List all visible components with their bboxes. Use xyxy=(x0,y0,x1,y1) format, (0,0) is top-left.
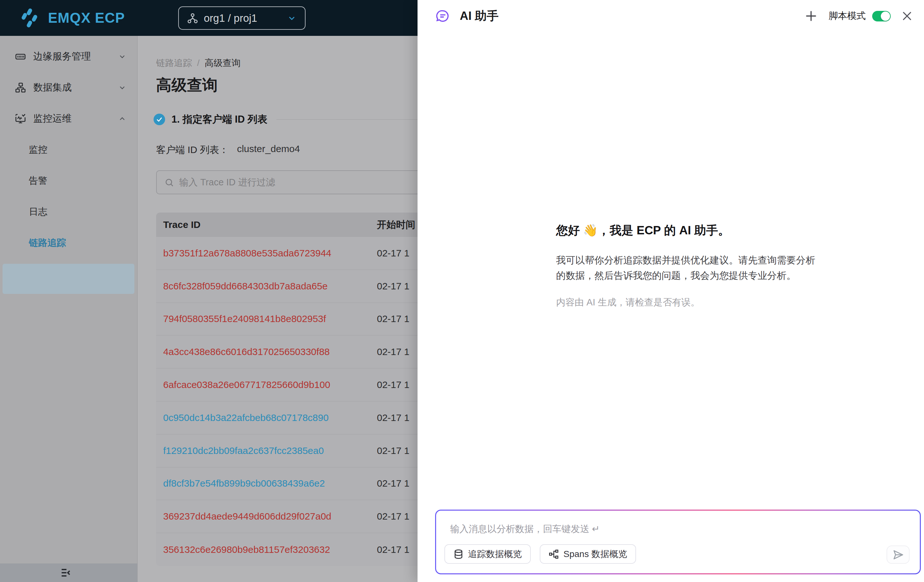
new-chat-button[interactable] xyxy=(804,9,818,23)
trace-id-link[interactable]: 369237dd4aede9449d606dd29f027a0d xyxy=(156,511,377,522)
sidebar-item-label: 监控 xyxy=(29,144,47,156)
client-id-value: cluster_demo4 xyxy=(237,144,300,157)
welcome-line: 我可以帮你分析追踪数据并提供优化建议。请先查询需要分析 xyxy=(556,253,812,268)
client-id-row: 客户端 ID 列表： cluster_demo4 xyxy=(156,144,300,157)
org-hierarchy-icon xyxy=(187,13,198,24)
sidebar-item-alerts[interactable]: 告警 xyxy=(0,165,137,196)
sidebar-footer xyxy=(0,564,137,582)
start-time-cell: 02-17 1 xyxy=(377,511,409,522)
plus-icon xyxy=(804,9,818,23)
send-button[interactable] xyxy=(886,546,909,564)
sidebar-item-data-integration[interactable]: 数据集成 xyxy=(0,72,137,103)
data-integration-icon xyxy=(15,82,26,93)
search-placeholder: 输入 Trace ID 进行过滤 xyxy=(179,176,275,189)
sidebar-item-label: 边缘服务管理 xyxy=(33,50,91,63)
spans-tree-icon xyxy=(549,549,559,559)
start-time-cell: 02-17 1 xyxy=(377,281,409,292)
start-time-cell: 02-17 1 xyxy=(377,346,409,357)
menu-fold-icon xyxy=(59,566,72,579)
sidebar-item-label: 监控运维 xyxy=(33,112,72,125)
welcome-line: 的数据，然后告诉我您的问题，我会为您提供专业分析。 xyxy=(556,268,812,283)
sidebar-item-edge-service[interactable]: 边缘服务管理 xyxy=(0,41,137,72)
close-icon xyxy=(901,10,913,22)
column-header-trace-id: Trace ID xyxy=(156,219,377,230)
quick-action-label: 追踪数据概览 xyxy=(468,548,522,560)
sidebar-item-label: 告警 xyxy=(29,174,47,187)
sidebar-item-monitoring-ops[interactable]: 监控运维 xyxy=(0,103,137,134)
column-header-start-time: 开始时间 xyxy=(377,218,415,231)
sidebar: 边缘服务管理 数据集成 监控运维 监控 xyxy=(0,36,138,582)
start-time-cell: 02-17 1 xyxy=(377,445,409,456)
welcome-message: 您好 👋，我是 ECP 的 AI 助手。 我可以帮你分析追踪数据并提供优化建议。… xyxy=(556,223,812,309)
breadcrumb-separator: / xyxy=(197,58,200,68)
drawer-title: AI 助手 xyxy=(460,8,498,24)
ai-disclaimer: 内容由 AI 生成，请检查是否有误。 xyxy=(556,296,812,309)
sidebar-item-logs[interactable]: 日志 xyxy=(0,196,137,227)
trace-id-link[interactable]: df8cf3b7e54fb899b9cb00638439a6e2 xyxy=(156,478,377,489)
step-check-icon xyxy=(153,114,165,125)
step-1-label: 1. 指定客户端 ID 列表 xyxy=(172,113,267,126)
search-icon xyxy=(165,178,174,187)
ai-assistant-drawer: AI 助手 脚本模式 您好 👋，我是 ECP 的 AI 助手。 我可以帮你分析追… xyxy=(417,0,924,582)
drawer-actions: 脚本模式 xyxy=(804,0,913,32)
breadcrumb: 链路追踪 / 高级查询 xyxy=(156,57,241,69)
breadcrumb-tracing[interactable]: 链路追踪 xyxy=(156,57,192,69)
sidebar-active-highlight xyxy=(3,264,134,294)
sidebar-collapse-button[interactable] xyxy=(59,566,72,579)
monitoring-ops-icon xyxy=(15,113,26,124)
ai-chat-bubble-icon xyxy=(436,9,450,23)
trace-id-link[interactable]: 4a3cc438e86c6016d317025650330f88 xyxy=(156,346,377,357)
org-project-selector[interactable]: org1 / proj1 xyxy=(178,7,305,30)
start-time-cell: 02-17 1 xyxy=(377,478,409,489)
chevron-down-icon xyxy=(118,84,126,92)
chat-input-placeholder: 输入消息以分析数据，回车键发送 ↵ xyxy=(450,523,600,536)
toggle-knob xyxy=(881,12,890,21)
welcome-title: 您好 👋，我是 ECP 的 AI 助手。 xyxy=(556,223,812,238)
close-drawer-button[interactable] xyxy=(901,10,913,22)
trace-id-link[interactable]: 794f0580355f1e24098141b8e802953f xyxy=(156,313,377,324)
sidebar-item-label: 数据集成 xyxy=(33,81,72,94)
trace-id-link[interactable]: 6afcace038a26e067717825660d9b100 xyxy=(156,379,377,390)
chat-input-card[interactable]: 输入消息以分析数据，回车键发送 ↵ 追踪数据概览 Spans 数据概览 xyxy=(435,510,921,574)
start-time-cell: 02-17 1 xyxy=(377,248,409,259)
client-id-label: 客户端 ID 列表： xyxy=(156,144,229,157)
breadcrumb-advanced-query: 高级查询 xyxy=(205,57,241,69)
start-time-cell: 02-17 1 xyxy=(377,379,409,390)
start-time-cell: 02-17 1 xyxy=(377,412,409,423)
script-mode-toggle[interactable] xyxy=(872,11,891,21)
database-icon xyxy=(453,549,464,559)
emqx-logo-icon xyxy=(20,7,40,29)
start-time-cell: 02-17 1 xyxy=(377,544,409,555)
trace-id-link[interactable]: 0c950dc14b3a22afcbeb68c07178c890 xyxy=(156,412,377,423)
quick-action-trace-overview[interactable]: 追踪数据概览 xyxy=(444,544,531,564)
chevron-down-icon xyxy=(287,13,297,23)
org-project-value: org1 / proj1 xyxy=(204,12,257,24)
edge-service-icon xyxy=(15,51,26,63)
trace-id-link[interactable]: 8c6fc328f059dd6684303db7a8ada65e xyxy=(156,281,377,292)
sidebar-nav: 边缘服务管理 数据集成 监控运维 监控 xyxy=(0,41,137,258)
brand-name: EMQX ECP xyxy=(48,10,125,26)
chevron-up-icon xyxy=(118,115,126,123)
trace-id-link[interactable]: f129210dc2bb09faa2c637fcc2385ea0 xyxy=(156,445,377,456)
send-icon xyxy=(892,549,904,561)
chevron-down-icon xyxy=(118,53,126,61)
sidebar-item-monitor[interactable]: 监控 xyxy=(0,134,137,165)
sidebar-item-label: 日志 xyxy=(29,205,47,218)
script-mode-label: 脚本模式 xyxy=(829,10,866,22)
trace-id-link[interactable]: 356132c6e26980b9eb81157ef3203632 xyxy=(156,544,377,555)
sidebar-item-label: 链路追踪 xyxy=(29,236,66,250)
welcome-body: 我可以帮你分析追踪数据并提供优化建议。请先查询需要分析 的数据，然后告诉我您的问… xyxy=(556,253,812,283)
trace-id-link[interactable]: b37351f12a678a8808e535ada6723944 xyxy=(156,248,377,259)
drawer-title-wrap: AI 助手 xyxy=(436,8,498,24)
brand: EMQX ECP xyxy=(20,7,125,29)
quick-action-spans-overview[interactable]: Spans 数据概览 xyxy=(540,544,636,564)
start-time-cell: 02-17 1 xyxy=(377,313,409,324)
drawer-header: AI 助手 脚本模式 xyxy=(417,0,924,32)
quick-actions: 追踪数据概览 Spans 数据概览 xyxy=(444,544,636,564)
page-title: 高级查询 xyxy=(156,75,218,95)
sidebar-item-tracing[interactable]: 链路追踪 xyxy=(0,227,137,258)
quick-action-label: Spans 数据概览 xyxy=(563,548,627,560)
